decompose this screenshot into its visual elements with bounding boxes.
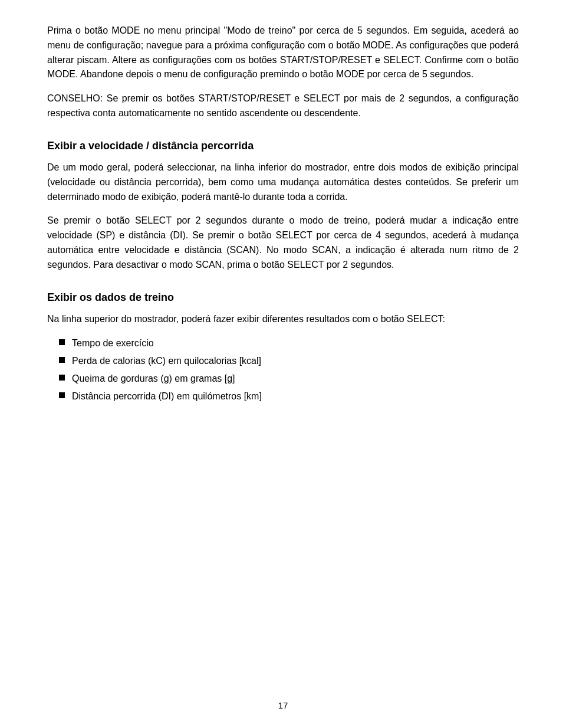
section-training-data: Exibir os dados de treino Na linha super… bbox=[47, 290, 519, 404]
bullet-text: Queima de gorduras (g) em gramas [g] bbox=[72, 372, 235, 386]
section-velocity-p2: Se premir o botão SELECT por 2 segundos … bbox=[47, 214, 519, 272]
list-item: Tempo de exercício bbox=[59, 336, 519, 350]
list-item: Queima de gorduras (g) em gramas [g] bbox=[59, 372, 519, 386]
bullet-icon bbox=[59, 392, 65, 398]
bullet-icon bbox=[59, 357, 65, 363]
bullet-text: Tempo de exercício bbox=[72, 336, 154, 350]
page-container: Prima o botão MODE no menu principal "Mo… bbox=[0, 0, 566, 728]
bullet-icon bbox=[59, 339, 65, 345]
section-training-heading: Exibir os dados de treino bbox=[47, 290, 519, 305]
list-item: Perda de calorias (kC) em quilocalorias … bbox=[59, 354, 519, 368]
list-item: Distância percorrida (DI) em quilómetros… bbox=[59, 389, 519, 404]
bullet-list: Tempo de exercício Perda de calorias (kC… bbox=[59, 336, 519, 404]
intro-paragraph: Prima o botão MODE no menu principal "Mo… bbox=[47, 24, 519, 82]
tip-paragraph: CONSELHO: Se premir os botões START/STOP… bbox=[47, 91, 519, 121]
page-number: 17 bbox=[278, 700, 288, 710]
bullet-text: Perda de calorias (kC) em quilocalorias … bbox=[72, 354, 261, 368]
section-velocity: Exibir a velocidade / distância percorri… bbox=[47, 139, 519, 273]
section-velocity-heading: Exibir a velocidade / distância percorri… bbox=[47, 139, 519, 153]
bullet-text: Distância percorrida (DI) em quilómetros… bbox=[72, 389, 262, 404]
bullet-icon bbox=[59, 375, 65, 381]
section-velocity-p1: De um modo geral, poderá seleccionar, na… bbox=[47, 160, 519, 204]
section-training-p1: Na linha superior do mostrador, poderá f… bbox=[47, 312, 519, 327]
